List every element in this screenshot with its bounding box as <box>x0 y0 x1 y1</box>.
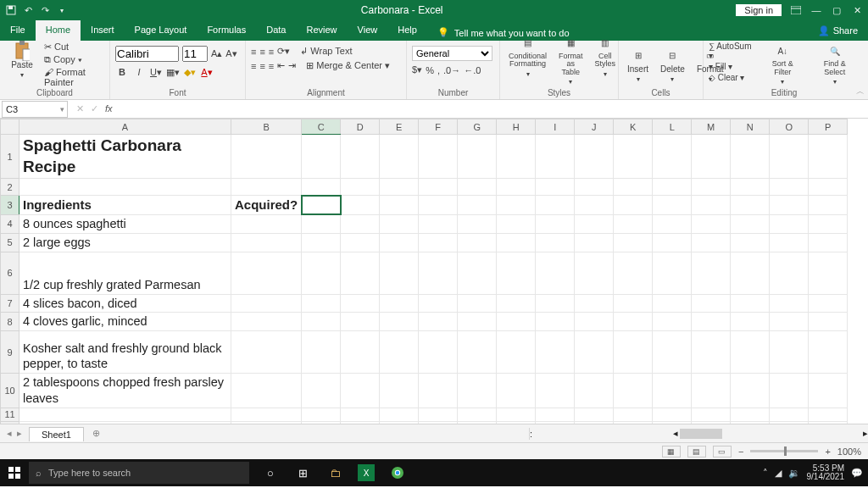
tray-notifications-icon[interactable]: 💬 <box>851 468 863 479</box>
cell-M9[interactable] <box>692 331 731 374</box>
cell-C8[interactable] <box>302 313 341 331</box>
cell-E3[interactable] <box>380 196 419 215</box>
cell-G2[interactable] <box>458 179 497 196</box>
cell-C2[interactable] <box>302 179 341 196</box>
fill-color-button[interactable]: ◆▾ <box>183 65 197 79</box>
find-select-button[interactable]: 🔍Find & Select▾ <box>810 42 860 87</box>
cell-A9[interactable]: Kosher salt and freshly ground black pep… <box>19 331 231 374</box>
cell-L12[interactable] <box>653 421 692 424</box>
cell-D3[interactable] <box>341 196 380 215</box>
cell-H9[interactable] <box>497 331 536 374</box>
cell-E11[interactable] <box>380 408 419 421</box>
cell-L7[interactable] <box>653 294 692 313</box>
cell-C12[interactable] <box>302 421 341 424</box>
cell-O11[interactable] <box>770 408 809 421</box>
cell-M12[interactable] <box>692 421 731 424</box>
cell-F9[interactable] <box>419 331 458 374</box>
cell-K4[interactable] <box>614 214 653 233</box>
cell-G4[interactable] <box>458 214 497 233</box>
cell-L9[interactable] <box>653 331 692 374</box>
cell-B7[interactable] <box>231 294 302 313</box>
row-header-8[interactable]: 8 <box>1 313 19 331</box>
paste-button[interactable]: Paste ▾ <box>5 42 39 80</box>
collapse-ribbon-icon[interactable]: ︿ <box>856 86 865 97</box>
cell-A11[interactable] <box>19 408 231 421</box>
cell-M7[interactable] <box>692 294 731 313</box>
cell-M1[interactable] <box>692 135 731 179</box>
view-normal-icon[interactable]: ▦ <box>662 446 681 458</box>
tray-chevron-icon[interactable]: ˄ <box>763 468 768 479</box>
cell-H6[interactable] <box>497 252 536 294</box>
cell-K8[interactable] <box>614 313 653 331</box>
cell-H5[interactable] <box>497 233 536 252</box>
cell-K11[interactable] <box>614 408 653 421</box>
cell-P5[interactable] <box>809 233 848 252</box>
cell-D9[interactable] <box>341 331 380 374</box>
ribbon-display-icon[interactable] <box>790 4 802 16</box>
cell-N11[interactable] <box>731 408 770 421</box>
cell-C10[interactable] <box>302 374 341 408</box>
cell-J4[interactable] <box>575 214 614 233</box>
cell-A7[interactable]: 4 slices bacon, diced <box>19 294 231 313</box>
row-header-11[interactable]: 11 <box>1 408 19 421</box>
cell-O7[interactable] <box>770 294 809 313</box>
cell-E5[interactable] <box>380 233 419 252</box>
select-all-cell[interactable] <box>1 119 19 135</box>
cell-J10[interactable] <box>575 374 614 408</box>
cell-B11[interactable] <box>231 408 302 421</box>
taskbar-clock[interactable]: 5:53 PM9/14/2021 <box>807 464 845 482</box>
col-header-I[interactable]: I <box>536 119 575 135</box>
cell-B12[interactable] <box>231 421 302 424</box>
cell-I9[interactable] <box>536 331 575 374</box>
cell-E2[interactable] <box>380 179 419 196</box>
start-button[interactable] <box>0 459 29 486</box>
cell-C4[interactable] <box>302 214 341 233</box>
decrease-font-icon[interactable]: A▾ <box>225 48 236 59</box>
cell-L5[interactable] <box>653 233 692 252</box>
underline-button[interactable]: U▾ <box>149 65 163 79</box>
excel-taskbar-icon[interactable]: X <box>358 464 375 481</box>
namebox-dropdown-icon[interactable]: ▾ <box>60 105 67 114</box>
delete-cells-button[interactable]: ⊟Delete▾ <box>657 46 688 85</box>
cell-I5[interactable] <box>536 233 575 252</box>
name-box[interactable]: C3▾ <box>2 101 68 118</box>
cell-P1[interactable] <box>809 135 848 179</box>
cell-J11[interactable] <box>575 408 614 421</box>
col-header-D[interactable]: D <box>341 119 380 135</box>
cell-L1[interactable] <box>653 135 692 179</box>
cut-button[interactable]: ✂ Cut <box>44 42 104 53</box>
zoom-slider[interactable] <box>750 450 818 452</box>
cell-M11[interactable] <box>692 408 731 421</box>
formula-input[interactable] <box>121 101 868 118</box>
tab-help[interactable]: Help <box>387 20 427 41</box>
row-header-2[interactable]: 2 <box>1 179 19 196</box>
col-header-E[interactable]: E <box>380 119 419 135</box>
view-page-layout-icon[interactable]: ▤ <box>687 446 706 458</box>
cell-G7[interactable] <box>458 294 497 313</box>
cell-J1[interactable] <box>575 135 614 179</box>
format-as-table-button[interactable]: ▦Format as Table▾ <box>555 34 587 87</box>
qa-dropdown-icon[interactable]: ▾ <box>56 4 68 16</box>
wrap-text-button[interactable]: ↲ Wrap Text <box>300 46 352 57</box>
row-header-10[interactable]: 10 <box>1 374 19 408</box>
cell-D8[interactable] <box>341 313 380 331</box>
merge-center-button[interactable]: ⊞ Merge & Center ▾ <box>306 60 390 71</box>
font-size-select[interactable] <box>182 46 208 62</box>
cell-G5[interactable] <box>458 233 497 252</box>
cell-N6[interactable] <box>731 252 770 294</box>
cell-O8[interactable] <box>770 313 809 331</box>
tab-page-layout[interactable]: Page Layout <box>125 20 198 41</box>
cell-G1[interactable] <box>458 135 497 179</box>
cell-P12[interactable] <box>809 421 848 424</box>
comma-icon[interactable]: , <box>437 65 440 75</box>
file-explorer-icon[interactable]: 🗀 <box>326 463 344 482</box>
inc-decimal-icon[interactable]: .0→ <box>443 65 460 75</box>
cell-B3[interactable]: Acquired? <box>231 196 302 215</box>
cell-N1[interactable] <box>731 135 770 179</box>
cell-C6[interactable] <box>302 252 341 294</box>
tray-wifi-icon[interactable]: ◢ <box>775 468 782 479</box>
font-name-select[interactable] <box>115 46 179 62</box>
cell-N3[interactable] <box>731 196 770 215</box>
cell-D7[interactable] <box>341 294 380 313</box>
cell-E6[interactable] <box>380 252 419 294</box>
